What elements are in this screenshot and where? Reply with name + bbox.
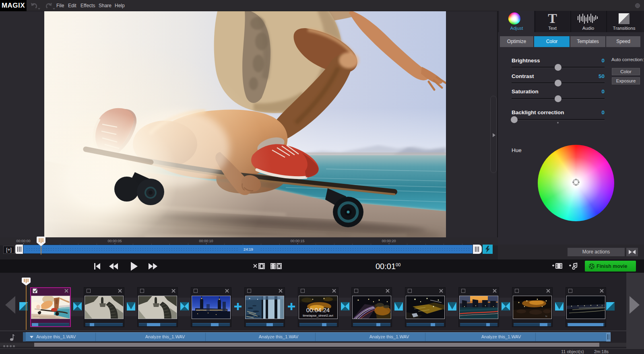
svg-text:00:04:24: 00:04:24 [306, 307, 330, 313]
svg-text:hi: hi [545, 315, 547, 317]
svg-text:timelapse_street2.avi: timelapse_street2.avi [303, 314, 333, 317]
